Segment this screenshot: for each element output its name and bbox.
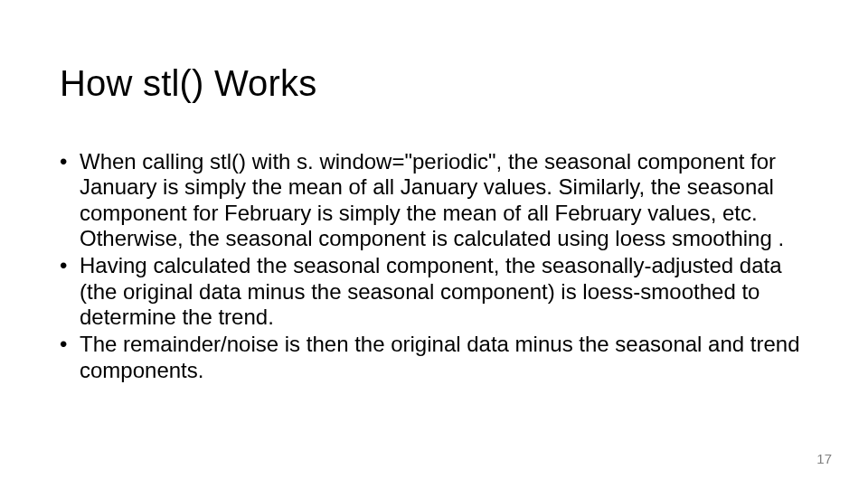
bullet-item: Having calculated the seasonal component… xyxy=(60,253,810,330)
page-number: 17 xyxy=(816,451,832,466)
bullet-item: When calling stl() with s. window="perio… xyxy=(60,149,810,251)
bullet-item: The remainder/noise is then the original… xyxy=(60,332,810,383)
bullet-list: When calling stl() with s. window="perio… xyxy=(60,149,810,383)
slide-title: How stl() Works xyxy=(60,63,316,104)
slide-body: When calling stl() with s. window="perio… xyxy=(60,149,810,385)
slide: How stl() Works When calling stl() with … xyxy=(0,0,868,488)
